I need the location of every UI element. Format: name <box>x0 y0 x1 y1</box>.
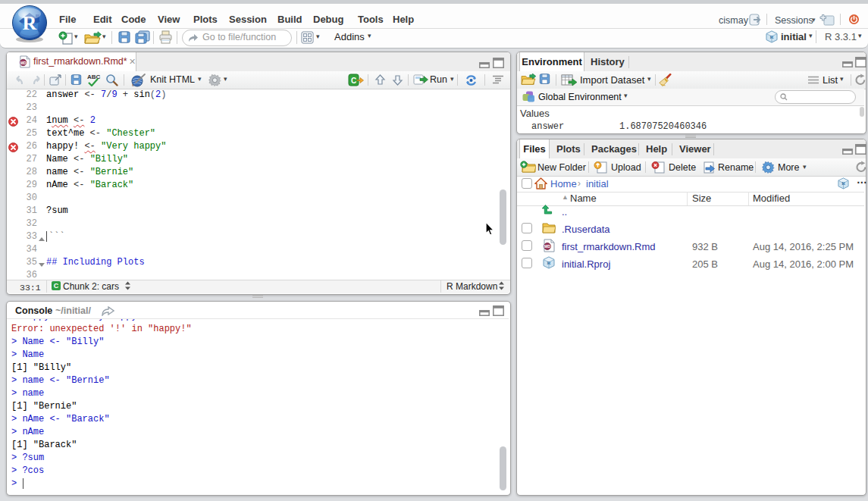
svg-text:MD: MD <box>544 244 551 249</box>
svg-text:C: C <box>351 77 356 85</box>
svg-text:MD: MD <box>20 61 27 65</box>
svg-text:R: R <box>841 180 845 186</box>
svg-text:s: s <box>132 82 134 87</box>
